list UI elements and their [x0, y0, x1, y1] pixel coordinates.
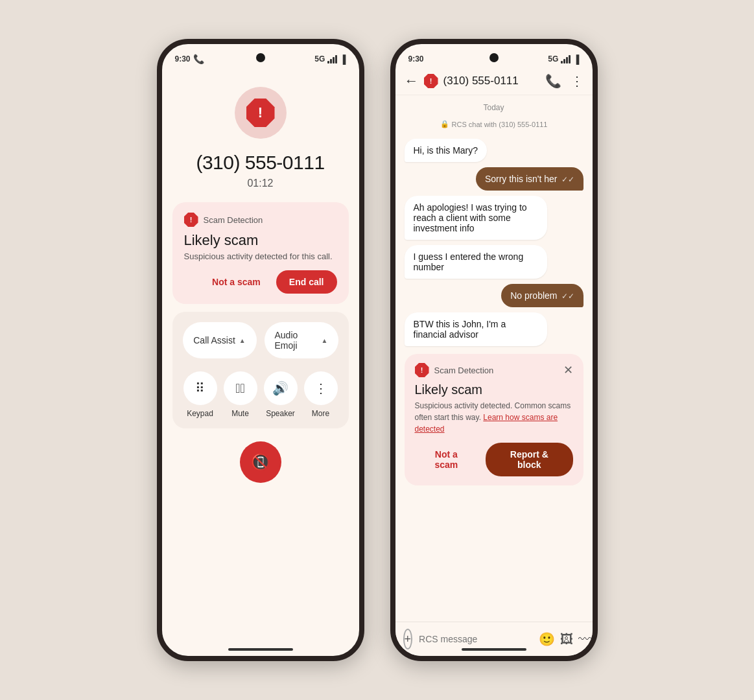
- network-display-2: 5G: [548, 54, 558, 64]
- message-bubble-6: BTW this is John, I'm a financial adviso…: [405, 312, 548, 346]
- call-button[interactable]: 📞: [545, 73, 561, 89]
- more-options-button[interactable]: ⋮: [571, 73, 583, 89]
- chevron-up-icon-2: ▲: [322, 337, 328, 344]
- assist-row: Call Assist ▲ Audio Emoji ▲: [183, 322, 338, 358]
- call-control-grid: ⠿ Keypad 🎙̶ Mute 🔊 Speaker: [183, 371, 338, 418]
- add-attachment-button[interactable]: +: [403, 629, 413, 649]
- time-display-2: 9:30: [408, 54, 424, 64]
- message-bubble-4: I guess I entered the wrong number: [405, 245, 548, 279]
- call-timer: 01:12: [247, 178, 273, 189]
- lock-icon: 🔒: [440, 120, 449, 128]
- status-left-2: 9:30: [408, 54, 424, 64]
- messages-scam-card: ! Scam Detection ✕ Likely scam Suspiciou…: [405, 354, 583, 485]
- scam-detection-label: Scam Detection: [204, 215, 263, 225]
- mute-label: Mute: [231, 409, 249, 418]
- keypad-control[interactable]: ⠿ Keypad: [183, 371, 218, 418]
- scam-card-close-button[interactable]: ✕: [563, 363, 573, 377]
- volume-up-button: [157, 141, 158, 174]
- msg-scam-description: Suspicious activity detected. Common sca…: [415, 400, 573, 435]
- call-status-icon: 📞: [193, 54, 204, 64]
- emoji-button[interactable]: 🙂: [539, 631, 555, 647]
- message-text-3: Ah apologies! I was trying to reach a cl…: [414, 202, 527, 233]
- audio-emoji-button[interactable]: Audio Emoji ▲: [265, 322, 338, 358]
- message-input[interactable]: [419, 634, 532, 644]
- voice-button[interactable]: 〰: [578, 632, 591, 647]
- scam-description: Suspicious activity detected for this ca…: [184, 251, 337, 261]
- camera-notch-2: [489, 53, 499, 62]
- message-input-icons: 🙂 🖼 〰: [539, 631, 591, 647]
- status-right: 5G ▐: [314, 54, 346, 64]
- msg-scam-title: Likely scam: [415, 382, 573, 397]
- caller-avatar: !: [235, 87, 287, 139]
- messages-screen-content: ← ! (310) 555-0111 📞 ⋮ Today 🔒 RCS chat …: [395, 67, 593, 656]
- scam-detection-card: ! Scam Detection Likely scam Suspicious …: [172, 202, 349, 304]
- speaker-control[interactable]: 🔊 Speaker: [263, 371, 298, 418]
- warning-icon: !: [246, 99, 275, 127]
- speaker-icon: 🔊: [272, 380, 289, 396]
- mute-icon: 🎙̶: [235, 381, 245, 396]
- keypad-label: Keypad: [187, 409, 213, 418]
- contact-number: (310) 555-0111: [443, 75, 540, 88]
- msg-scam-header: ! Scam Detection ✕: [415, 363, 573, 377]
- scam-icon: !: [184, 213, 198, 227]
- status-right-2: 5G ▐: [548, 54, 579, 64]
- volume-up-button-2: [390, 141, 392, 174]
- message-text-1: Hi, is this Mary?: [414, 145, 478, 156]
- not-scam-button[interactable]: Not a scam: [204, 272, 268, 292]
- camera-notch: [256, 53, 265, 62]
- audio-emoji-label: Audio Emoji: [275, 330, 318, 351]
- msg-not-scam-button[interactable]: Not a scam: [415, 444, 478, 475]
- time-display: 9:30: [175, 54, 191, 64]
- phone-call-screen: 9:30 📞 5G ▐ ! (310) 555-0111 01:12 ! Sca…: [157, 39, 364, 661]
- msg-scam-actions: Not a scam Report & block: [415, 443, 573, 476]
- header-actions: 📞 ⋮: [545, 73, 583, 89]
- read-receipt-icon-2: ✓✓: [561, 292, 574, 301]
- silent-button: [157, 109, 158, 132]
- message-text-4: I guess I entered the wrong number: [414, 251, 524, 272]
- hang-up-button[interactable]: 📵: [240, 441, 281, 483]
- power-button-2: [596, 128, 598, 167]
- end-call-button[interactable]: End call: [276, 270, 337, 294]
- power-button: [363, 128, 364, 167]
- mute-icon-circle: 🎙̶: [224, 371, 257, 405]
- scam-actions: Not a scam End call: [184, 270, 337, 294]
- battery-icon: ▐: [340, 54, 346, 64]
- volume-down-button: [157, 183, 158, 215]
- silent-button-2: [390, 109, 392, 132]
- call-controls-container: Call Assist ▲ Audio Emoji ▲ ⠿ Keypad: [172, 312, 349, 428]
- rcs-text: RCS chat with (310) 555-0111: [452, 121, 548, 128]
- call-screen-content: ! (310) 555-0111 01:12 ! Scam Detection …: [162, 67, 359, 656]
- message-bubble-5: No problem ✓✓: [501, 284, 583, 307]
- message-text-2: Sorry this isn't her: [485, 174, 558, 184]
- report-block-button[interactable]: Report & block: [486, 443, 572, 476]
- sticker-button[interactable]: 🖼: [560, 632, 573, 647]
- signal-bars-2: [561, 55, 571, 64]
- more-control[interactable]: ⋮ More: [303, 371, 338, 418]
- chevron-up-icon: ▲: [239, 337, 246, 344]
- msg-scam-icon: !: [415, 363, 429, 377]
- more-icon-circle: ⋮: [304, 371, 338, 405]
- status-left: 9:30 📞: [175, 54, 204, 64]
- keypad-icon: ⠿: [195, 380, 205, 396]
- battery-icon-2: ▐: [573, 54, 579, 64]
- call-assist-button[interactable]: Call Assist ▲: [183, 322, 257, 358]
- back-button[interactable]: ←: [405, 73, 419, 89]
- network-display: 5G: [314, 54, 325, 64]
- message-bubble-1: Hi, is this Mary?: [405, 139, 488, 162]
- message-input-bar: + 🙂 🖼 〰: [395, 622, 593, 656]
- messages-body: Today 🔒 RCS chat with (310) 555-0111 Hi,…: [395, 95, 593, 622]
- speaker-icon-circle: 🔊: [264, 371, 298, 405]
- scam-card-header: ! Scam Detection: [184, 213, 337, 227]
- msg-scam-header-left: ! Scam Detection: [415, 363, 494, 377]
- mute-control[interactable]: 🎙̶ Mute: [223, 371, 258, 418]
- caller-number: (310) 555-0111: [196, 152, 324, 174]
- date-label: Today: [405, 103, 583, 112]
- message-text-6: BTW this is John, I'm a financial adviso…: [414, 319, 506, 340]
- message-bubble-3: Ah apologies! I was trying to reach a cl…: [405, 196, 548, 240]
- more-icon: ⋮: [314, 380, 327, 396]
- rcs-label: 🔒 RCS chat with (310) 555-0111: [405, 120, 583, 128]
- scam-title: Likely scam: [184, 232, 337, 249]
- msg-scam-label: Scam Detection: [434, 366, 494, 375]
- signal-bars: [327, 55, 337, 64]
- home-indicator: [228, 648, 293, 651]
